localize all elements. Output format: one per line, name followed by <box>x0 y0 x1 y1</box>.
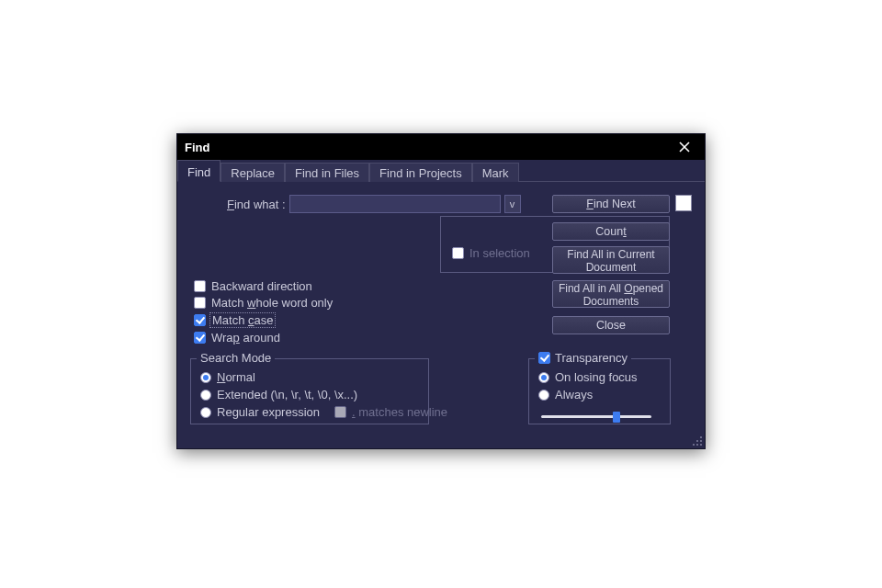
trans-always-radio[interactable] <box>538 390 549 401</box>
option-column: Backward direction Match whole word only… <box>194 279 333 345</box>
wrap-checkbox[interactable] <box>194 332 206 344</box>
search-mode-legend: Search Mode <box>197 351 275 365</box>
mode-extended-label: Extended (\n, \r, \t, \0, \x...) <box>217 388 357 401</box>
tab-replace[interactable]: Replace <box>220 163 285 182</box>
titlebar[interactable]: Find <box>177 134 705 160</box>
find-next-button[interactable]: Find Next <box>552 195 670 213</box>
dot-newline-checkbox[interactable] <box>334 406 346 418</box>
trans-always-label: Always <box>555 388 593 401</box>
svg-point-2 <box>700 436 702 438</box>
mode-regex-label: Regular expression <box>217 405 320 419</box>
find-history-dropdown[interactable]: v <box>504 195 521 213</box>
transparency-slider[interactable] <box>541 411 651 424</box>
dialog-title: Find <box>185 141 672 154</box>
whole-word-checkbox[interactable] <box>194 297 206 309</box>
svg-point-6 <box>696 444 698 446</box>
mode-normal-radio[interactable] <box>200 372 211 383</box>
whole-word-label: Match whole word only <box>211 296 333 310</box>
backward-label: Backward direction <box>211 279 312 293</box>
tab-find[interactable]: Find <box>177 160 220 182</box>
dialog-body: Find what : v Find Next In selection Cou… <box>177 182 705 448</box>
transparency-enable-checkbox[interactable] <box>538 352 550 364</box>
transparency-fieldset: Transparency On losing focus Always <box>528 358 671 424</box>
tab-find-in-projects[interactable]: Find in Projects <box>369 163 472 182</box>
find-dialog: Find Find Replace Find in Files Find in … <box>176 133 706 449</box>
in-selection-checkbox[interactable] <box>452 247 464 259</box>
mode-extended-radio[interactable] <box>200 390 211 401</box>
tab-mark[interactable]: Mark <box>472 163 519 182</box>
dot-newline-label: . matches newline <box>352 405 447 419</box>
search-mode-fieldset: Search Mode Normal Extended (\n, \r, \t,… <box>190 358 429 424</box>
count-button[interactable]: Count <box>552 222 670 241</box>
match-case-label: Match case <box>209 312 276 328</box>
backward-checkbox[interactable] <box>194 280 206 292</box>
wrap-label: Wrap around <box>211 331 280 345</box>
mode-regex-radio[interactable] <box>200 407 211 418</box>
svg-point-7 <box>693 444 695 446</box>
svg-point-4 <box>696 440 698 442</box>
find-all-current-button[interactable]: Find All in Current Document <box>552 246 670 274</box>
tab-find-in-files[interactable]: Find in Files <box>285 163 369 182</box>
match-case-checkbox[interactable] <box>194 314 206 326</box>
resize-grip-icon[interactable] <box>692 435 703 447</box>
tab-strip: Find Replace Find in Files Find in Proje… <box>177 160 705 182</box>
svg-point-3 <box>700 440 702 442</box>
find-what-input[interactable] <box>289 195 501 213</box>
find-what-label: Find what : <box>227 198 286 211</box>
transparency-legend: Transparency <box>555 351 628 365</box>
svg-point-5 <box>700 444 702 446</box>
trans-onfocus-radio[interactable] <box>538 372 549 383</box>
direction-toggle[interactable] <box>675 195 692 211</box>
mode-normal-label: Normal <box>217 370 255 384</box>
close-icon[interactable] <box>672 134 697 160</box>
trans-onfocus-label: On losing focus <box>555 370 638 384</box>
find-all-opened-button[interactable]: Find All in All Opened Documents <box>552 280 670 308</box>
in-selection-label: In selection <box>469 246 530 260</box>
close-button[interactable]: Close <box>552 316 670 334</box>
